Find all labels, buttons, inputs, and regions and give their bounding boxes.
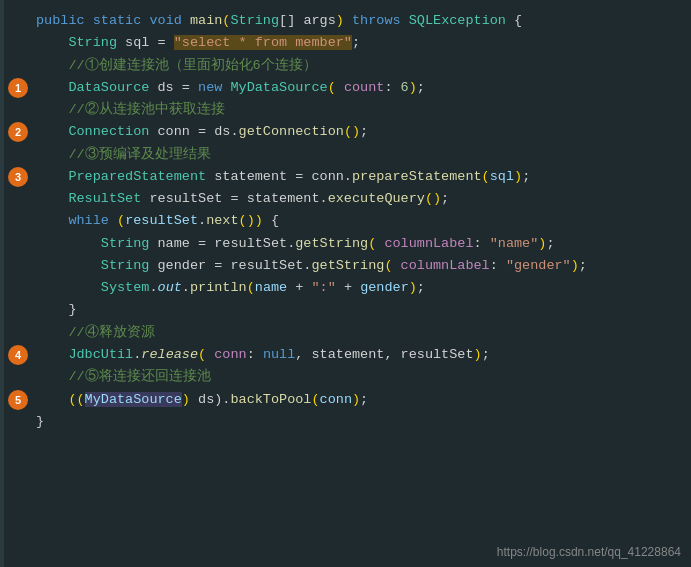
code-line-14: } (36, 299, 681, 321)
line-content: //①创建连接池（里面初始化6个连接） (36, 55, 317, 77)
code-line-18: 5 ((MyDataSource) ds).backToPool(conn); (36, 389, 681, 411)
line-content: Connection conn = ds.getConnection(); (36, 121, 368, 143)
code-line-16: 4 JdbcUtil.release( conn: null, statemen… (36, 344, 681, 366)
line-content: PreparedStatement statement = conn.prepa… (36, 166, 530, 188)
code-line-17: //⑤将连接还回连接池 (36, 366, 681, 388)
code-line-19: } (36, 411, 681, 433)
code-line-10: while (resultSet.next()) { (36, 210, 681, 232)
line-content: while (resultSet.next()) { (36, 210, 279, 232)
code-block: public static void main(String[] args) t… (0, 0, 691, 443)
step-badge-4: 4 (8, 345, 28, 365)
step-badge-2: 2 (8, 122, 28, 142)
step-badge-5: 5 (8, 390, 28, 410)
line-content: //②从连接池中获取连接 (36, 99, 225, 121)
code-line-7: //③预编译及处理结果 (36, 144, 681, 166)
line-content: } (36, 411, 44, 433)
line-content: DataSource ds = new MyDataSource( count:… (36, 77, 425, 99)
line-content: public static void main(String[] args) t… (36, 10, 522, 32)
line-content: //④释放资源 (36, 322, 155, 344)
code-line-3: //①创建连接池（里面初始化6个连接） (36, 55, 681, 77)
line-content: } (36, 299, 77, 321)
code-line-9: ResultSet resultSet = statement.executeQ… (36, 188, 681, 210)
code-line-6: 2 Connection conn = ds.getConnection(); (36, 121, 681, 143)
code-line-11: String name = resultSet.getString( colum… (36, 233, 681, 255)
code-line-5: //②从连接池中获取连接 (36, 99, 681, 121)
url-label: https://blog.csdn.net/qq_41228864 (497, 545, 681, 559)
line-content: String gender = resultSet.getString( col… (36, 255, 587, 277)
code-line-4: 1 DataSource ds = new MyDataSource( coun… (36, 77, 681, 99)
step-badge-3: 3 (8, 167, 28, 187)
line-content: //⑤将连接还回连接池 (36, 366, 211, 388)
code-line-2: String sql = "select * from member"; (36, 32, 681, 54)
code-line-12: String gender = resultSet.getString( col… (36, 255, 681, 277)
line-content: String name = resultSet.getString( colum… (36, 233, 555, 255)
line-content: String sql = "select * from member"; (36, 32, 360, 54)
line-content: ResultSet resultSet = statement.executeQ… (36, 188, 449, 210)
code-line-1: public static void main(String[] args) t… (36, 10, 681, 32)
line-content: //③预编译及处理结果 (36, 144, 211, 166)
code-line-8: 3 PreparedStatement statement = conn.pre… (36, 166, 681, 188)
line-content: ((MyDataSource) ds).backToPool(conn); (36, 389, 368, 411)
code-line-13: System.out.println(name + ":" + gender); (36, 277, 681, 299)
line-content: JdbcUtil.release( conn: null, statement,… (36, 344, 490, 366)
line-content: System.out.println(name + ":" + gender); (36, 277, 425, 299)
step-badge-1: 1 (8, 78, 28, 98)
code-line-15: //④释放资源 (36, 322, 681, 344)
